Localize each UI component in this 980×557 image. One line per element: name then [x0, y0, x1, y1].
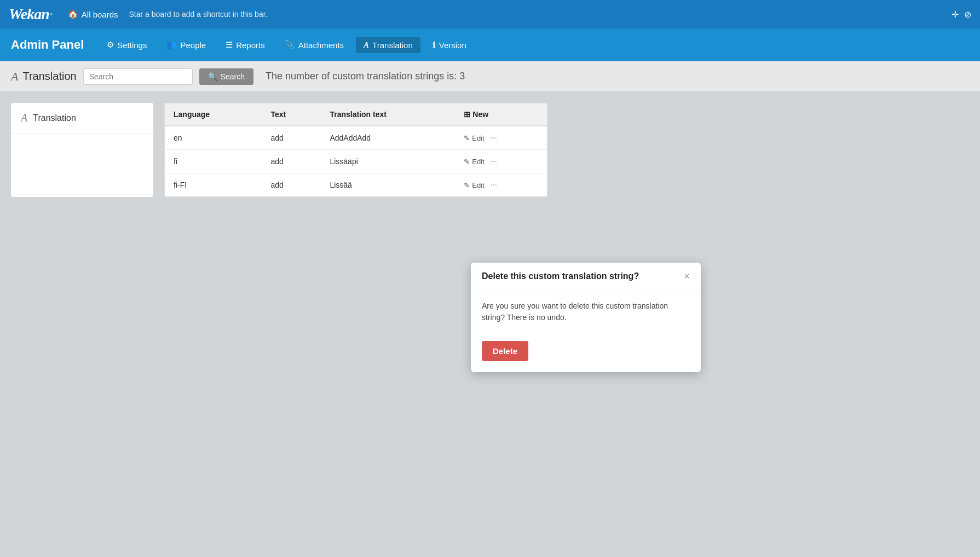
modal-overlay — [0, 0, 980, 208]
